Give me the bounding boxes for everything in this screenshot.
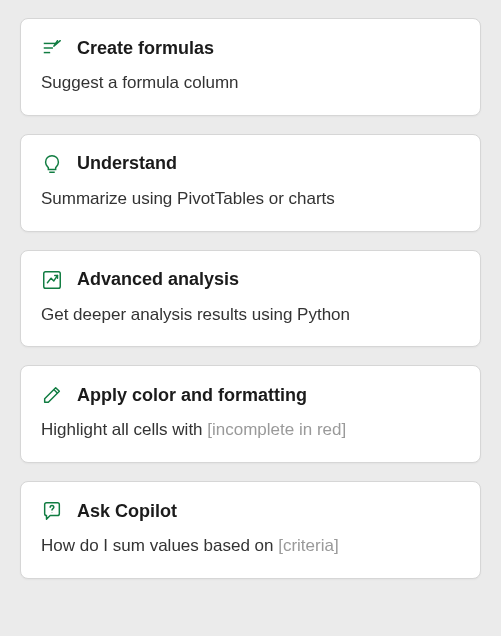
- card-title: Ask Copilot: [77, 501, 177, 522]
- card-desc-text: Highlight all cells with: [41, 420, 207, 439]
- card-header: Apply color and formatting: [41, 384, 460, 406]
- card-desc-text: Summarize using PivotTables or charts: [41, 189, 335, 208]
- card-header: Advanced analysis: [41, 269, 460, 291]
- card-create-formulas[interactable]: Create formulas Suggest a formula column: [20, 18, 481, 116]
- trend-icon: [41, 269, 63, 291]
- card-apply-formatting[interactable]: Apply color and formatting Highlight all…: [20, 365, 481, 463]
- card-desc-text: Suggest a formula column: [41, 73, 239, 92]
- card-desc-placeholder: [criteria]: [278, 536, 338, 555]
- card-description: Summarize using PivotTables or charts: [41, 187, 460, 211]
- card-description: Get deeper analysis results using Python: [41, 303, 460, 327]
- card-advanced-analysis[interactable]: Advanced analysis Get deeper analysis re…: [20, 250, 481, 348]
- pencil-icon: [41, 384, 63, 406]
- card-desc-placeholder: [incomplete in red]: [207, 420, 346, 439]
- card-understand[interactable]: Understand Summarize using PivotTables o…: [20, 134, 481, 232]
- card-description: Suggest a formula column: [41, 71, 460, 95]
- card-title: Apply color and formatting: [77, 385, 307, 406]
- chat-question-icon: [41, 500, 63, 522]
- card-title: Create formulas: [77, 38, 214, 59]
- card-desc-text: Get deeper analysis results using Python: [41, 305, 350, 324]
- formula-icon: [41, 37, 63, 59]
- card-header: Understand: [41, 153, 460, 175]
- card-desc-text: How do I sum values based on: [41, 536, 278, 555]
- card-description: Highlight all cells with [incomplete in …: [41, 418, 460, 442]
- card-header: Ask Copilot: [41, 500, 460, 522]
- card-title: Understand: [77, 153, 177, 174]
- card-description: How do I sum values based on [criteria]: [41, 534, 460, 558]
- svg-point-1: [52, 512, 53, 513]
- card-title: Advanced analysis: [77, 269, 239, 290]
- card-ask-copilot[interactable]: Ask Copilot How do I sum values based on…: [20, 481, 481, 579]
- lightbulb-icon: [41, 153, 63, 175]
- card-header: Create formulas: [41, 37, 460, 59]
